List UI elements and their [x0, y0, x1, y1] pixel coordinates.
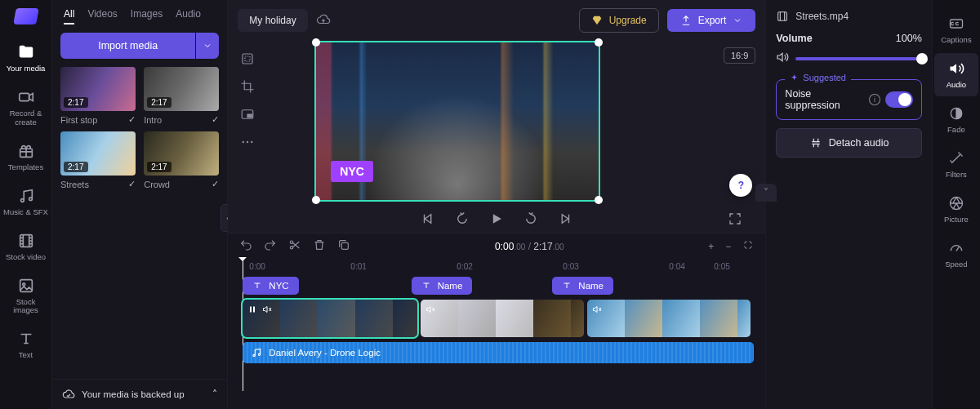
- undo-button[interactable]: [239, 238, 252, 254]
- noise-suppression-toggle[interactable]: [885, 91, 913, 108]
- film-icon: [17, 232, 35, 250]
- svg-rect-15: [342, 242, 349, 249]
- gift-icon: [17, 142, 35, 160]
- crop-icon[interactable]: [238, 77, 257, 96]
- backup-status-bar[interactable]: Your media is backed up ˄: [52, 379, 227, 409]
- resize-handle[interactable]: [312, 38, 320, 47]
- media-tab-videos[interactable]: Videos: [87, 8, 117, 24]
- import-media-dropdown[interactable]: [196, 33, 219, 59]
- fullscreen-button[interactable]: [726, 210, 744, 228]
- forward-button[interactable]: [522, 210, 540, 228]
- media-duration: 2:17: [64, 162, 87, 172]
- rrail-filters[interactable]: Filters: [934, 143, 978, 186]
- media-title: Crowd: [144, 180, 170, 189]
- timeline-time: 0:00.00 / 2:17.00: [362, 241, 697, 252]
- fit-icon[interactable]: [238, 49, 257, 69]
- ruler-tick: 0:04: [669, 262, 684, 271]
- media-thumbnail: 2:17: [60, 131, 136, 176]
- media-item[interactable]: 2:17 Crowd✓: [144, 131, 219, 189]
- rail-stock-images[interactable]: Stock images: [3, 271, 49, 322]
- redo-button[interactable]: [264, 238, 277, 254]
- rail-record-create[interactable]: Record & create: [3, 82, 49, 133]
- chevron-down-icon: [203, 41, 212, 51]
- svg-point-18: [253, 354, 255, 356]
- media-thumbnail: 2:17: [144, 131, 219, 176]
- text-clip[interactable]: Name: [412, 277, 473, 295]
- text-clip[interactable]: NYC: [243, 277, 298, 295]
- upload-icon: [680, 15, 692, 26]
- zoom-in-button[interactable]: +: [708, 241, 714, 252]
- aspect-ratio-button[interactable]: 16:9: [724, 47, 755, 64]
- media-item[interactable]: 2:17 First stop✓: [60, 67, 136, 125]
- rail-templates[interactable]: Templates: [3, 136, 49, 178]
- ruler-tick: 0:02: [457, 262, 472, 271]
- rail-stock-video[interactable]: Stock video: [3, 226, 49, 268]
- clip-overlay-icons: [247, 305, 272, 314]
- video-clip[interactable]: [421, 300, 584, 337]
- rail-music-sfx[interactable]: Music & SFX: [3, 181, 49, 223]
- media-item[interactable]: 2:17 Streets✓: [60, 131, 136, 189]
- chevron-down-icon: [733, 16, 742, 25]
- rrail-picture[interactable]: Picture: [934, 188, 978, 231]
- media-duration: 2:17: [147, 97, 171, 108]
- rail-label: Record & create: [3, 109, 49, 127]
- prev-button[interactable]: [419, 210, 437, 228]
- media-tab-images[interactable]: Images: [131, 8, 163, 24]
- rewind-button[interactable]: [453, 210, 471, 228]
- split-button[interactable]: [288, 238, 301, 254]
- video-clip[interactable]: [243, 300, 417, 337]
- project-name[interactable]: My holiday: [238, 9, 307, 32]
- media-tab-all[interactable]: All: [64, 8, 74, 24]
- svg-point-19: [259, 353, 261, 355]
- media-tab-audio[interactable]: Audio: [176, 8, 201, 24]
- media-title: First stop: [60, 115, 97, 125]
- rrail-captions[interactable]: Captions: [934, 8, 978, 51]
- import-media-button[interactable]: Import media: [60, 33, 195, 59]
- ruler-tick: 0:01: [350, 262, 366, 271]
- zoom-out-button[interactable]: −: [725, 241, 731, 252]
- backup-message: Your media is backed up: [82, 389, 185, 399]
- svg-point-12: [251, 141, 252, 143]
- tracks: NYC Name Name: [228, 277, 765, 368]
- media-item[interactable]: 2:17 Intro✓: [144, 67, 219, 125]
- captions-icon: [948, 16, 964, 32]
- inspector-collapse-button[interactable]: ˅: [755, 184, 777, 202]
- rrail-audio[interactable]: Audio: [934, 53, 978, 96]
- play-button[interactable]: [488, 210, 506, 228]
- more-icon[interactable]: [238, 132, 257, 152]
- zoom-fit-button[interactable]: [742, 239, 754, 253]
- diamond-icon: [591, 15, 603, 26]
- info-icon[interactable]: i: [869, 94, 880, 105]
- rail-label: Templates: [8, 163, 43, 172]
- video-clip[interactable]: [587, 300, 751, 337]
- rrail-fade[interactable]: Fade: [934, 98, 978, 141]
- delete-button[interactable]: [313, 238, 326, 254]
- music-icon: [17, 187, 35, 205]
- svg-point-3: [29, 198, 32, 201]
- upgrade-button[interactable]: Upgrade: [579, 8, 659, 33]
- video-preview[interactable]: NYC: [314, 41, 600, 202]
- preview-text-overlay[interactable]: NYC: [331, 161, 373, 182]
- text-clip[interactable]: Name: [552, 277, 613, 295]
- image-icon: [17, 277, 35, 295]
- resize-handle[interactable]: [595, 38, 603, 47]
- cloud-sync-icon[interactable]: [316, 12, 331, 29]
- text-icon: [562, 281, 572, 291]
- rail-your-media[interactable]: Your media: [3, 38, 49, 79]
- rail-text[interactable]: Text: [3, 324, 49, 366]
- export-button[interactable]: Export: [667, 9, 756, 32]
- timeline-ruler[interactable]: 0:00 0:01 0:02 0:03 0:04 0:05: [228, 259, 765, 277]
- slider-thumb[interactable]: [916, 53, 928, 64]
- camera-icon: [17, 88, 35, 106]
- media-thumbnail: 2:17: [144, 67, 219, 111]
- rrail-speed[interactable]: Speed: [934, 233, 978, 276]
- media-thumbnail: 2:17: [60, 67, 136, 111]
- detach-audio-button[interactable]: Detach audio: [776, 128, 921, 158]
- pip-icon[interactable]: [238, 104, 257, 124]
- audio-clip[interactable]: Daniel Avery - Drone Logic: [243, 342, 754, 363]
- music-icon: [251, 347, 262, 358]
- next-button[interactable]: [556, 210, 574, 228]
- volume-slider[interactable]: [776, 51, 921, 66]
- duplicate-button[interactable]: [337, 238, 350, 254]
- help-button[interactable]: ?: [729, 174, 752, 197]
